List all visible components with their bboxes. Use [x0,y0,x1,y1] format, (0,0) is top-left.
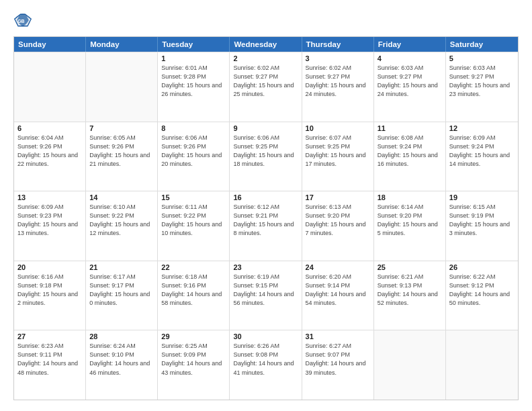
cell-date-number: 26 [449,263,515,271]
calendar-cell: 4Sunrise: 6:03 AM Sunset: 9:27 PM Daylig… [374,52,446,122]
cell-date-number: 7 [89,124,154,132]
header: GB [13,11,519,30]
cell-info-text: Sunrise: 6:15 AM Sunset: 9:19 PM Dayligh… [449,203,515,238]
calendar-cell: 5Sunrise: 6:03 AM Sunset: 9:27 PM Daylig… [446,52,518,122]
cell-date-number: 6 [17,124,82,132]
cell-info-text: Sunrise: 6:14 AM Sunset: 9:20 PM Dayligh… [378,203,442,238]
calendar-cell: 27Sunrise: 6:23 AM Sunset: 9:11 PM Dayli… [14,330,86,400]
cell-info-text: Sunrise: 6:21 AM Sunset: 9:13 PM Dayligh… [378,273,442,308]
calendar-row-4: 20Sunrise: 6:16 AM Sunset: 9:18 PM Dayli… [14,261,518,330]
cell-date-number: 24 [306,263,370,271]
cell-info-text: Sunrise: 6:01 AM Sunset: 9:28 PM Dayligh… [161,64,226,99]
calendar-cell: 16Sunrise: 6:12 AM Sunset: 9:21 PM Dayli… [230,191,302,261]
cell-info-text: Sunrise: 6:04 AM Sunset: 9:26 PM Dayligh… [17,134,82,169]
cell-date-number: 29 [161,332,226,340]
cell-info-text: Sunrise: 6:06 AM Sunset: 9:25 PM Dayligh… [233,134,298,169]
calendar-cell: 17Sunrise: 6:13 AM Sunset: 9:20 PM Dayli… [302,191,374,261]
calendar-cell: 23Sunrise: 6:19 AM Sunset: 9:15 PM Dayli… [230,261,302,330]
cell-info-text: Sunrise: 6:09 AM Sunset: 9:23 PM Dayligh… [17,203,82,238]
cell-date-number: 21 [89,263,154,271]
cell-date-number: 4 [378,54,442,62]
calendar: SundayMondayTuesdayWednesdayThursdayFrid… [13,36,519,400]
logo-icon: GB [13,11,32,30]
cell-info-text: Sunrise: 6:17 AM Sunset: 9:17 PM Dayligh… [89,273,154,308]
header-day-tuesday: Tuesday [158,37,230,52]
calendar-cell: 10Sunrise: 6:07 AM Sunset: 9:25 PM Dayli… [302,122,374,191]
cell-info-text: Sunrise: 6:08 AM Sunset: 9:24 PM Dayligh… [378,134,442,169]
cell-date-number: 25 [378,263,442,271]
cell-date-number: 18 [378,193,442,201]
calendar-cell: 15Sunrise: 6:11 AM Sunset: 9:22 PM Dayli… [158,191,230,261]
cell-date-number: 14 [89,193,154,201]
calendar-cell: 25Sunrise: 6:21 AM Sunset: 9:13 PM Dayli… [374,261,446,330]
cell-info-text: Sunrise: 6:16 AM Sunset: 9:18 PM Dayligh… [17,273,82,308]
calendar-cell: 2Sunrise: 6:02 AM Sunset: 9:27 PM Daylig… [230,52,302,122]
calendar-cell [374,330,446,400]
calendar-row-5: 27Sunrise: 6:23 AM Sunset: 9:11 PM Dayli… [14,330,518,400]
cell-date-number: 5 [449,54,515,62]
cell-date-number: 8 [161,124,226,132]
cell-info-text: Sunrise: 6:09 AM Sunset: 9:24 PM Dayligh… [449,134,515,169]
header-day-friday: Friday [374,37,446,52]
cell-info-text: Sunrise: 6:10 AM Sunset: 9:22 PM Dayligh… [89,203,154,238]
calendar-cell [446,330,518,400]
calendar-cell: 14Sunrise: 6:10 AM Sunset: 9:22 PM Dayli… [86,191,158,261]
calendar-cell: 6Sunrise: 6:04 AM Sunset: 9:26 PM Daylig… [14,122,86,191]
cell-info-text: Sunrise: 6:24 AM Sunset: 9:10 PM Dayligh… [89,342,154,377]
cell-date-number: 17 [306,193,370,201]
calendar-header: SundayMondayTuesdayWednesdayThursdayFrid… [14,37,518,52]
calendar-cell: 7Sunrise: 6:05 AM Sunset: 9:26 PM Daylig… [86,122,158,191]
cell-info-text: Sunrise: 6:05 AM Sunset: 9:26 PM Dayligh… [89,134,154,169]
calendar-cell: 21Sunrise: 6:17 AM Sunset: 9:17 PM Dayli… [86,261,158,330]
calendar-body: 1Sunrise: 6:01 AM Sunset: 9:28 PM Daylig… [14,52,518,400]
cell-info-text: Sunrise: 6:20 AM Sunset: 9:14 PM Dayligh… [306,273,370,308]
header-day-monday: Monday [86,37,158,52]
cell-date-number: 22 [161,263,226,271]
cell-info-text: Sunrise: 6:26 AM Sunset: 9:08 PM Dayligh… [233,342,298,377]
cell-info-text: Sunrise: 6:06 AM Sunset: 9:26 PM Dayligh… [161,134,226,169]
calendar-cell: 11Sunrise: 6:08 AM Sunset: 9:24 PM Dayli… [374,122,446,191]
cell-date-number: 12 [449,124,515,132]
cell-info-text: Sunrise: 6:22 AM Sunset: 9:12 PM Dayligh… [449,273,515,308]
logo: GB [13,11,35,30]
cell-date-number: 16 [233,193,298,201]
cell-info-text: Sunrise: 6:23 AM Sunset: 9:11 PM Dayligh… [17,342,82,377]
header-day-sunday: Sunday [14,37,86,52]
cell-info-text: Sunrise: 6:12 AM Sunset: 9:21 PM Dayligh… [233,203,298,238]
page: GB SundayMondayTuesdayWednesdayThursdayF… [0,0,532,411]
cell-date-number: 19 [449,193,515,201]
calendar-cell: 8Sunrise: 6:06 AM Sunset: 9:26 PM Daylig… [158,122,230,191]
cell-info-text: Sunrise: 6:03 AM Sunset: 9:27 PM Dayligh… [449,64,515,99]
calendar-cell: 22Sunrise: 6:18 AM Sunset: 9:16 PM Dayli… [158,261,230,330]
cell-info-text: Sunrise: 6:18 AM Sunset: 9:16 PM Dayligh… [161,273,226,308]
cell-info-text: Sunrise: 6:03 AM Sunset: 9:27 PM Dayligh… [378,64,442,99]
cell-date-number: 3 [306,54,370,62]
cell-date-number: 11 [378,124,442,132]
calendar-cell: 3Sunrise: 6:02 AM Sunset: 9:27 PM Daylig… [302,52,374,122]
calendar-cell: 1Sunrise: 6:01 AM Sunset: 9:28 PM Daylig… [158,52,230,122]
calendar-cell: 31Sunrise: 6:27 AM Sunset: 9:07 PM Dayli… [302,330,374,400]
calendar-row-2: 6Sunrise: 6:04 AM Sunset: 9:26 PM Daylig… [14,122,518,191]
cell-info-text: Sunrise: 6:27 AM Sunset: 9:07 PM Dayligh… [306,342,370,377]
cell-date-number: 9 [233,124,298,132]
header-day-thursday: Thursday [302,37,374,52]
cell-date-number: 31 [306,332,370,340]
cell-info-text: Sunrise: 6:13 AM Sunset: 9:20 PM Dayligh… [306,203,370,238]
header-day-wednesday: Wednesday [230,37,302,52]
calendar-cell: 9Sunrise: 6:06 AM Sunset: 9:25 PM Daylig… [230,122,302,191]
cell-info-text: Sunrise: 6:11 AM Sunset: 9:22 PM Dayligh… [161,203,226,238]
cell-date-number: 15 [161,193,226,201]
cell-date-number: 28 [89,332,154,340]
calendar-cell: 24Sunrise: 6:20 AM Sunset: 9:14 PM Dayli… [302,261,374,330]
calendar-cell: 28Sunrise: 6:24 AM Sunset: 9:10 PM Dayli… [86,330,158,400]
cell-info-text: Sunrise: 6:07 AM Sunset: 9:25 PM Dayligh… [306,134,370,169]
calendar-cell: 19Sunrise: 6:15 AM Sunset: 9:19 PM Dayli… [446,191,518,261]
calendar-cell: 30Sunrise: 6:26 AM Sunset: 9:08 PM Dayli… [230,330,302,400]
cell-info-text: Sunrise: 6:19 AM Sunset: 9:15 PM Dayligh… [233,273,298,308]
calendar-cell: 12Sunrise: 6:09 AM Sunset: 9:24 PM Dayli… [446,122,518,191]
cell-date-number: 23 [233,263,298,271]
header-day-saturday: Saturday [446,37,518,52]
cell-date-number: 13 [17,193,82,201]
svg-text:GB: GB [17,19,25,24]
cell-date-number: 10 [306,124,370,132]
